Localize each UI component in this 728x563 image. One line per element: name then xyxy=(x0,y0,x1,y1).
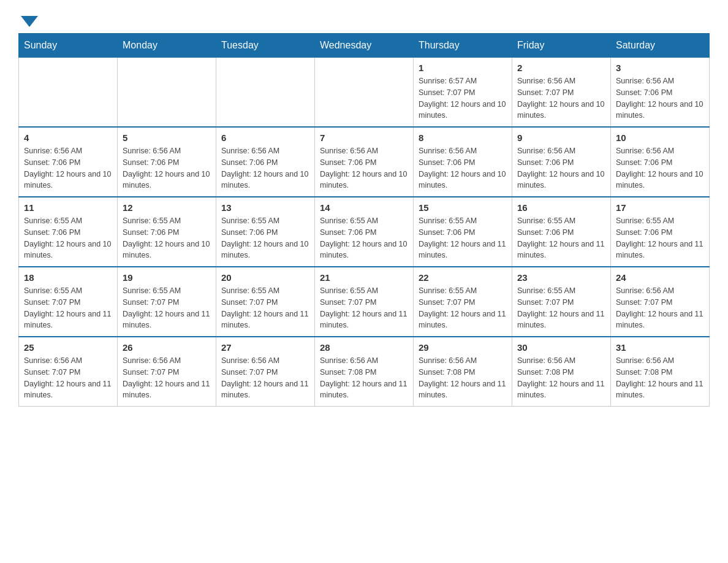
calendar-week-row-3: 11Sunrise: 6:55 AMSunset: 7:06 PMDayligh… xyxy=(19,197,710,267)
day-info: Sunrise: 6:55 AMSunset: 7:06 PMDaylight:… xyxy=(24,215,112,261)
calendar-cell: 5Sunrise: 6:56 AMSunset: 7:06 PMDaylight… xyxy=(118,127,216,197)
day-number: 25 xyxy=(24,342,112,353)
day-info: Sunrise: 6:56 AMSunset: 7:07 PMDaylight:… xyxy=(123,355,211,401)
day-info: Sunrise: 6:55 AMSunset: 7:07 PMDaylight:… xyxy=(517,285,605,331)
calendar-week-row-2: 4Sunrise: 6:56 AMSunset: 7:06 PMDaylight… xyxy=(19,127,710,197)
calendar-header-thursday: Thursday xyxy=(414,34,512,58)
calendar-cell: 29Sunrise: 6:56 AMSunset: 7:08 PMDayligh… xyxy=(414,337,512,407)
logo-arrow-icon xyxy=(21,16,38,27)
calendar-cell: 16Sunrise: 6:55 AMSunset: 7:06 PMDayligh… xyxy=(512,197,611,267)
day-number: 13 xyxy=(221,202,309,213)
calendar-cell: 23Sunrise: 6:55 AMSunset: 7:07 PMDayligh… xyxy=(512,267,611,337)
day-number: 1 xyxy=(419,63,507,73)
day-info: Sunrise: 6:55 AMSunset: 7:07 PMDaylight:… xyxy=(123,285,211,331)
day-number: 31 xyxy=(616,342,704,353)
calendar-cell: 30Sunrise: 6:56 AMSunset: 7:08 PMDayligh… xyxy=(512,337,611,407)
day-info: Sunrise: 6:56 AMSunset: 7:07 PMDaylight:… xyxy=(221,355,309,401)
calendar-week-row-5: 25Sunrise: 6:56 AMSunset: 7:07 PMDayligh… xyxy=(19,337,710,407)
day-number: 12 xyxy=(123,202,211,213)
day-info: Sunrise: 6:55 AMSunset: 7:06 PMDaylight:… xyxy=(123,215,211,261)
calendar-cell: 25Sunrise: 6:56 AMSunset: 7:07 PMDayligh… xyxy=(19,337,118,407)
calendar-table: SundayMondayTuesdayWednesdayThursdayFrid… xyxy=(18,33,710,407)
calendar-cell xyxy=(19,58,118,128)
calendar-cell: 1Sunrise: 6:57 AMSunset: 7:07 PMDaylight… xyxy=(414,58,512,128)
day-info: Sunrise: 6:55 AMSunset: 7:06 PMDaylight:… xyxy=(517,215,605,261)
calendar-cell: 4Sunrise: 6:56 AMSunset: 7:06 PMDaylight… xyxy=(19,127,118,197)
day-info: Sunrise: 6:56 AMSunset: 7:07 PMDaylight:… xyxy=(24,355,112,401)
calendar-header-row: SundayMondayTuesdayWednesdayThursdayFrid… xyxy=(19,34,710,58)
calendar-header-saturday: Saturday xyxy=(611,34,710,58)
day-number: 18 xyxy=(24,272,112,283)
day-info: Sunrise: 6:55 AMSunset: 7:07 PMDaylight:… xyxy=(419,285,507,331)
day-number: 17 xyxy=(616,202,704,213)
calendar-week-row-1: 1Sunrise: 6:57 AMSunset: 7:07 PMDaylight… xyxy=(19,58,710,128)
day-info: Sunrise: 6:56 AMSunset: 7:07 PMDaylight:… xyxy=(616,285,704,331)
calendar-cell: 15Sunrise: 6:55 AMSunset: 7:06 PMDayligh… xyxy=(414,197,512,267)
calendar-cell: 22Sunrise: 6:55 AMSunset: 7:07 PMDayligh… xyxy=(414,267,512,337)
day-number: 30 xyxy=(517,342,605,353)
day-info: Sunrise: 6:56 AMSunset: 7:08 PMDaylight:… xyxy=(320,355,408,401)
day-number: 28 xyxy=(320,342,408,353)
day-info: Sunrise: 6:55 AMSunset: 7:07 PMDaylight:… xyxy=(24,285,112,331)
day-info: Sunrise: 6:55 AMSunset: 7:06 PMDaylight:… xyxy=(221,215,309,261)
day-number: 26 xyxy=(123,342,211,353)
day-info: Sunrise: 6:56 AMSunset: 7:08 PMDaylight:… xyxy=(419,355,507,401)
calendar-header-sunday: Sunday xyxy=(19,34,118,58)
day-number: 23 xyxy=(517,272,605,283)
day-info: Sunrise: 6:56 AMSunset: 7:06 PMDaylight:… xyxy=(320,145,408,191)
day-number: 9 xyxy=(517,132,605,143)
day-info: Sunrise: 6:56 AMSunset: 7:06 PMDaylight:… xyxy=(616,75,704,121)
day-number: 16 xyxy=(517,202,605,213)
day-info: Sunrise: 6:55 AMSunset: 7:07 PMDaylight:… xyxy=(320,285,408,331)
day-info: Sunrise: 6:55 AMSunset: 7:06 PMDaylight:… xyxy=(320,215,408,261)
day-number: 22 xyxy=(419,272,507,283)
day-info: Sunrise: 6:57 AMSunset: 7:07 PMDaylight:… xyxy=(419,75,507,121)
day-info: Sunrise: 6:55 AMSunset: 7:07 PMDaylight:… xyxy=(221,285,309,331)
day-number: 15 xyxy=(419,202,507,213)
day-number: 7 xyxy=(320,132,408,143)
day-number: 10 xyxy=(616,132,704,143)
calendar-cell xyxy=(216,58,315,128)
calendar-header-friday: Friday xyxy=(512,34,611,58)
calendar-cell: 2Sunrise: 6:56 AMSunset: 7:07 PMDaylight… xyxy=(512,58,611,128)
logo xyxy=(18,12,38,27)
day-number: 11 xyxy=(24,202,112,213)
day-number: 19 xyxy=(123,272,211,283)
day-number: 20 xyxy=(221,272,309,283)
calendar-cell: 21Sunrise: 6:55 AMSunset: 7:07 PMDayligh… xyxy=(315,267,414,337)
calendar-cell: 26Sunrise: 6:56 AMSunset: 7:07 PMDayligh… xyxy=(118,337,216,407)
day-info: Sunrise: 6:56 AMSunset: 7:06 PMDaylight:… xyxy=(123,145,211,191)
calendar-week-row-4: 18Sunrise: 6:55 AMSunset: 7:07 PMDayligh… xyxy=(19,267,710,337)
day-info: Sunrise: 6:56 AMSunset: 7:07 PMDaylight:… xyxy=(517,75,605,121)
day-number: 14 xyxy=(320,202,408,213)
day-info: Sunrise: 6:56 AMSunset: 7:08 PMDaylight:… xyxy=(517,355,605,401)
calendar-cell: 18Sunrise: 6:55 AMSunset: 7:07 PMDayligh… xyxy=(19,267,118,337)
day-number: 4 xyxy=(24,132,112,143)
day-number: 2 xyxy=(517,63,605,73)
calendar-header-wednesday: Wednesday xyxy=(315,34,414,58)
day-info: Sunrise: 6:56 AMSunset: 7:08 PMDaylight:… xyxy=(616,355,704,401)
calendar-cell: 3Sunrise: 6:56 AMSunset: 7:06 PMDaylight… xyxy=(611,58,710,128)
calendar-cell: 19Sunrise: 6:55 AMSunset: 7:07 PMDayligh… xyxy=(118,267,216,337)
calendar-cell: 14Sunrise: 6:55 AMSunset: 7:06 PMDayligh… xyxy=(315,197,414,267)
calendar-cell xyxy=(118,58,216,128)
day-info: Sunrise: 6:55 AMSunset: 7:06 PMDaylight:… xyxy=(419,215,507,261)
day-number: 27 xyxy=(221,342,309,353)
day-number: 24 xyxy=(616,272,704,283)
day-number: 8 xyxy=(419,132,507,143)
page-header xyxy=(18,12,710,27)
day-info: Sunrise: 6:56 AMSunset: 7:06 PMDaylight:… xyxy=(419,145,507,191)
calendar-cell: 28Sunrise: 6:56 AMSunset: 7:08 PMDayligh… xyxy=(315,337,414,407)
calendar-cell: 17Sunrise: 6:55 AMSunset: 7:06 PMDayligh… xyxy=(611,197,710,267)
calendar-cell: 8Sunrise: 6:56 AMSunset: 7:06 PMDaylight… xyxy=(414,127,512,197)
calendar-cell: 24Sunrise: 6:56 AMSunset: 7:07 PMDayligh… xyxy=(611,267,710,337)
day-number: 3 xyxy=(616,63,704,73)
day-number: 21 xyxy=(320,272,408,283)
day-info: Sunrise: 6:56 AMSunset: 7:06 PMDaylight:… xyxy=(517,145,605,191)
day-number: 29 xyxy=(419,342,507,353)
day-info: Sunrise: 6:56 AMSunset: 7:06 PMDaylight:… xyxy=(24,145,112,191)
calendar-cell: 13Sunrise: 6:55 AMSunset: 7:06 PMDayligh… xyxy=(216,197,315,267)
calendar-cell: 20Sunrise: 6:55 AMSunset: 7:07 PMDayligh… xyxy=(216,267,315,337)
calendar-cell: 11Sunrise: 6:55 AMSunset: 7:06 PMDayligh… xyxy=(19,197,118,267)
day-info: Sunrise: 6:55 AMSunset: 7:06 PMDaylight:… xyxy=(616,215,704,261)
